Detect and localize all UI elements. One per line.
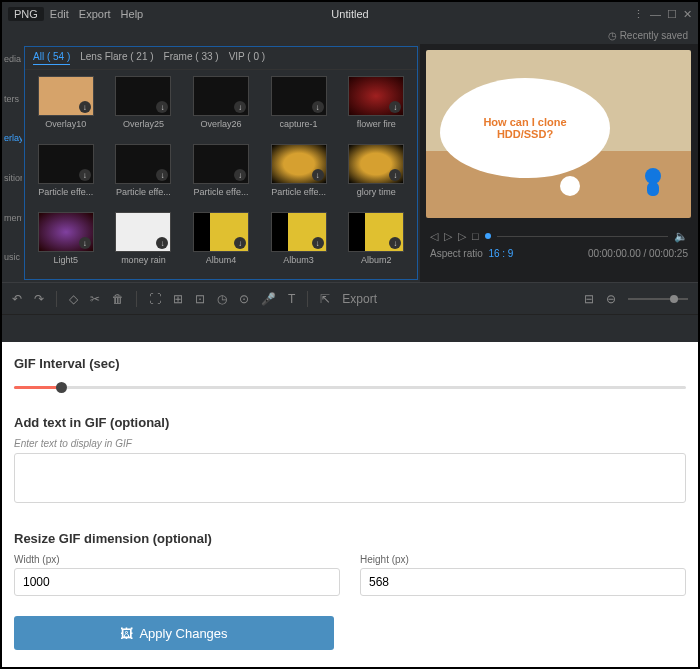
playhead-dot[interactable] — [485, 233, 491, 239]
gif-settings-panel: GIF Interval (sec) Add text in GIF (opti… — [2, 342, 698, 669]
thumbnail-label: Particle effe... — [271, 187, 326, 197]
thumbnail-11[interactable]: money rain — [107, 212, 181, 276]
next-button[interactable]: ▷ — [458, 230, 466, 243]
export-icon[interactable]: ⇱ — [320, 292, 330, 306]
thumbnail-image[interactable] — [115, 76, 171, 116]
sidebar-item-1[interactable]: ters — [2, 84, 22, 124]
thumbnail-image[interactable] — [271, 212, 327, 252]
timer-icon[interactable]: ◷ — [217, 292, 227, 306]
thumbnail-image[interactable] — [348, 76, 404, 116]
thumbnail-13[interactable]: Album3 — [262, 212, 336, 276]
thumbnail-7[interactable]: Particle effe... — [184, 144, 258, 208]
sidebar-item-5[interactable]: usic — [2, 242, 22, 282]
thumbnail-9[interactable]: glory time — [339, 144, 413, 208]
thumbnail-label: Album3 — [283, 255, 314, 265]
thumbnail-image[interactable] — [271, 76, 327, 116]
recently-saved-label: Recently saved — [620, 30, 688, 41]
clock-icon: ◷ — [608, 30, 617, 41]
gif-interval-slider[interactable] — [14, 379, 686, 395]
sidebar-item-4[interactable]: ments — [2, 203, 22, 243]
timeline[interactable] — [2, 314, 698, 342]
undo-icon[interactable]: ↶ — [12, 292, 22, 306]
speech-bubble: How can I clone HDD/SSD? — [440, 78, 610, 178]
thumbnail-image[interactable] — [115, 212, 171, 252]
export-button[interactable]: Export — [342, 292, 377, 306]
thumbnail-1[interactable]: Overlay25 — [107, 76, 181, 140]
stop-button[interactable]: □ — [472, 230, 479, 242]
scrub-track[interactable] — [497, 236, 668, 237]
thumbnail-image[interactable] — [38, 76, 94, 116]
minimize-icon[interactable]: — — [650, 8, 661, 20]
thumbnail-image[interactable] — [193, 144, 249, 184]
thumbnail-14[interactable]: Album2 — [339, 212, 413, 276]
category-tab-3[interactable]: VIP ( 0 ) — [229, 51, 266, 65]
redo-icon[interactable]: ↷ — [34, 292, 44, 306]
resize-label: Resize GIF dimension (optional) — [14, 531, 686, 546]
category-tabs: All ( 54 )Lens Flare ( 21 )Frame ( 33 )V… — [25, 47, 417, 70]
prev-button[interactable]: ◁ — [430, 230, 438, 243]
thumbnail-label: Overlay25 — [123, 119, 164, 129]
thumbnail-label: Album2 — [361, 255, 392, 265]
split-icon[interactable]: ⊞ — [173, 292, 183, 306]
thumbnail-8[interactable]: Particle effe... — [262, 144, 336, 208]
menu-edit[interactable]: Edit — [50, 8, 69, 20]
thumbnail-6[interactable]: Particle effe... — [107, 144, 181, 208]
grid-icon[interactable]: ⊡ — [195, 292, 205, 306]
thumbnail-grid[interactable]: Overlay10Overlay25Overlay26capture-1flow… — [25, 70, 417, 279]
thumbnail-image[interactable] — [115, 144, 171, 184]
thumbnail-3[interactable]: capture-1 — [262, 76, 336, 140]
aspect-value[interactable]: 16 : 9 — [488, 248, 513, 259]
thumbnail-image[interactable] — [38, 212, 94, 252]
kebab-icon[interactable]: ⋮ — [633, 8, 644, 21]
menu-export[interactable]: Export — [79, 8, 111, 20]
record-icon[interactable]: ⊙ — [239, 292, 249, 306]
fit-icon[interactable]: ⊟ — [584, 292, 594, 306]
time-display: 00:00:00.00 / 00:00:25 — [588, 248, 688, 259]
thumbnail-2[interactable]: Overlay26 — [184, 76, 258, 140]
apply-changes-button[interactable]: 🖼 Apply Changes — [14, 616, 334, 650]
preview-video[interactable]: How can I clone HDD/SSD? — [426, 50, 691, 218]
thumbnail-image[interactable] — [193, 76, 249, 116]
thumbnail-image[interactable] — [348, 212, 404, 252]
category-tab-1[interactable]: Lens Flare ( 21 ) — [80, 51, 153, 65]
maximize-icon[interactable]: ☐ — [667, 8, 677, 21]
thumbnail-0[interactable]: Overlay10 — [29, 76, 103, 140]
playback-controls: ◁ ▷ ▷ □ 🔈 — [420, 224, 698, 248]
gif-text-input[interactable] — [14, 453, 686, 503]
volume-icon[interactable]: 🔈 — [674, 230, 688, 243]
sidebar-item-3[interactable]: sitions — [2, 163, 22, 203]
thumbnail-label: Particle effe... — [38, 187, 93, 197]
bubble-text: How can I clone HDD/SSD? — [440, 116, 610, 140]
thumbnail-image[interactable] — [38, 144, 94, 184]
toolbar: ↶ ↷ ◇ ✂ 🗑 ⛶ ⊞ ⊡ ◷ ⊙ 🎤 T ⇱ Export ⊟ ⊖ — [2, 282, 698, 314]
sidebar-item-2[interactable]: erlays — [2, 123, 22, 163]
marker-icon[interactable]: ◇ — [69, 292, 78, 306]
thumbnail-10[interactable]: Light5 — [29, 212, 103, 276]
crop-icon[interactable]: ⛶ — [149, 292, 161, 306]
category-tab-2[interactable]: Frame ( 33 ) — [164, 51, 219, 65]
width-input[interactable] — [14, 568, 340, 596]
thumbnail-4[interactable]: flower fire — [339, 76, 413, 140]
play-button[interactable]: ▷ — [444, 230, 452, 243]
cut-icon[interactable]: ✂ — [90, 292, 100, 306]
close-icon[interactable]: ✕ — [683, 8, 692, 21]
thumbnail-label: Particle effe... — [194, 187, 249, 197]
thumbnail-image[interactable] — [271, 144, 327, 184]
category-tab-0[interactable]: All ( 54 ) — [33, 51, 70, 65]
thumbnail-label: money rain — [121, 255, 166, 265]
gif-interval-label: GIF Interval (sec) — [14, 356, 686, 371]
zoom-icon[interactable]: ⊖ — [606, 292, 616, 306]
thumbnail-image[interactable] — [193, 212, 249, 252]
text-icon[interactable]: T — [288, 292, 295, 306]
thumbnail-image[interactable] — [348, 144, 404, 184]
delete-icon[interactable]: 🗑 — [112, 292, 124, 306]
height-input[interactable] — [360, 568, 686, 596]
menu-help[interactable]: Help — [121, 8, 144, 20]
thumbnail-12[interactable]: Album4 — [184, 212, 258, 276]
zoom-slider[interactable] — [628, 298, 688, 300]
titlebar: PNG Edit Export Help Untitled ⋮ — ☐ ✕ — [2, 2, 698, 26]
thumbnail-5[interactable]: Particle effe... — [29, 144, 103, 208]
mic-icon[interactable]: 🎤 — [261, 292, 276, 306]
format-badge: PNG — [8, 7, 44, 21]
sidebar-item-0[interactable]: edia — [2, 44, 22, 84]
